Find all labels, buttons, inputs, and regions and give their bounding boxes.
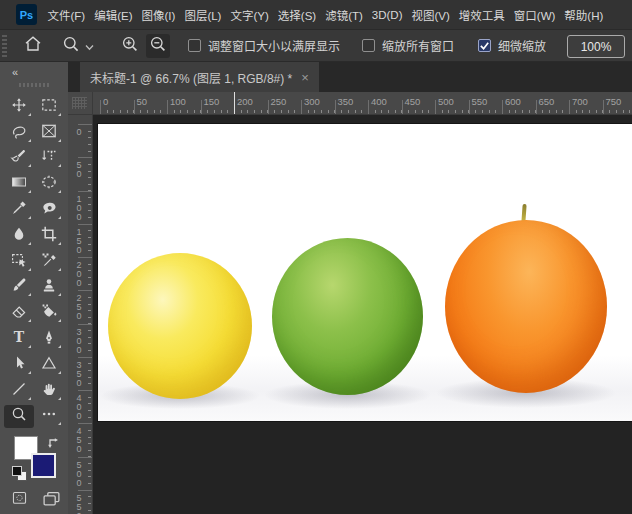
line-tool[interactable] bbox=[4, 379, 34, 403]
h-ruler-label: 600 bbox=[505, 96, 521, 107]
photoshop-logo[interactable]: Ps bbox=[16, 4, 37, 25]
zoom-tool[interactable] bbox=[4, 405, 34, 429]
horizontal-ruler-minor-ticks bbox=[100, 110, 632, 114]
pen-tool[interactable] bbox=[34, 327, 64, 351]
eyedropper-tool[interactable] bbox=[4, 198, 34, 222]
eraser-tool[interactable] bbox=[4, 301, 34, 325]
h-ruler-label: 0 bbox=[103, 96, 108, 107]
h-ruler-label: 250 bbox=[271, 96, 287, 107]
quick-mask-icon[interactable] bbox=[11, 490, 28, 510]
zoom-level-field[interactable]: 100% bbox=[567, 35, 625, 58]
clone-stamp-tool[interactable] bbox=[34, 276, 64, 300]
frame-tool[interactable] bbox=[34, 121, 64, 145]
path-selection-tool-icon bbox=[10, 354, 28, 376]
orange-image bbox=[445, 220, 607, 393]
v-ruler-tick bbox=[78, 457, 92, 458]
brush-tool[interactable] bbox=[4, 276, 34, 300]
v-ruler-tick bbox=[78, 257, 92, 258]
zoom-tool-preset-button[interactable] bbox=[59, 34, 83, 58]
document-canvas[interactable] bbox=[98, 124, 632, 421]
clone-stamp-tool-icon bbox=[40, 276, 58, 298]
gradient-tool[interactable] bbox=[4, 172, 34, 196]
screen-mode-icon[interactable] bbox=[42, 490, 61, 511]
color-sampler-tool[interactable] bbox=[34, 250, 64, 274]
rectangular-marquee-tool[interactable] bbox=[34, 95, 64, 119]
vertical-ruler[interactable]: 050100150200250300350400450500550 bbox=[68, 115, 93, 514]
crop-tool[interactable] bbox=[34, 224, 64, 248]
home-button[interactable] bbox=[21, 34, 45, 58]
menu-item-8[interactable]: 视图(V) bbox=[407, 7, 454, 23]
h-ruler-tick bbox=[569, 100, 570, 114]
h-ruler-label: 550 bbox=[472, 96, 488, 107]
zoom-out-button[interactable] bbox=[146, 34, 170, 58]
zoom-all-windows-checkbox[interactable]: 缩放所有窗口 bbox=[362, 37, 454, 54]
menu-item-6[interactable]: 滤镜(T) bbox=[321, 7, 368, 23]
menu-item-9[interactable]: 增效工具 bbox=[454, 7, 509, 23]
menu-item-7[interactable]: 3D(D) bbox=[367, 9, 407, 21]
v-ruler-label: 50 bbox=[74, 160, 84, 178]
toolbar-bottom bbox=[0, 488, 68, 510]
menu-item-2[interactable]: 图像(I) bbox=[137, 7, 180, 23]
swap-colors-icon[interactable] bbox=[47, 435, 59, 453]
zoom-all-windows-checkbox-box[interactable] bbox=[362, 39, 375, 52]
scrubby-zoom-checkbox-box[interactable] bbox=[478, 39, 491, 52]
toolbar-collapse-button[interactable]: « bbox=[12, 66, 17, 78]
menu-item-11[interactable]: 帮助(H) bbox=[560, 7, 608, 23]
h-ruler-tick bbox=[167, 100, 168, 114]
eraser-tool-icon bbox=[10, 302, 28, 324]
toolbar-grip[interactable] bbox=[19, 83, 49, 87]
v-ruler-tick bbox=[78, 390, 92, 391]
v-ruler-label: 350 bbox=[74, 360, 84, 387]
toolbar: « T bbox=[0, 62, 68, 514]
options-grip[interactable] bbox=[2, 35, 7, 57]
art-history-brush-tool[interactable] bbox=[4, 147, 34, 171]
move-tool[interactable] bbox=[4, 95, 34, 119]
menu-item-5[interactable]: 选择(S) bbox=[273, 7, 320, 23]
lasso-tool[interactable] bbox=[4, 121, 34, 145]
object-selection-tool[interactable] bbox=[4, 250, 34, 274]
lasso-tool-icon bbox=[10, 122, 28, 144]
hand-tool[interactable] bbox=[34, 379, 64, 403]
scrubby-zoom-checkbox[interactable]: 细微缩放 bbox=[478, 37, 546, 54]
default-colors-icon[interactable] bbox=[12, 466, 26, 480]
v-ruler-tick bbox=[78, 490, 92, 491]
zoom-all-windows-checkbox-label: 缩放所有窗口 bbox=[382, 37, 454, 54]
tab-close-icon[interactable]: × bbox=[301, 70, 309, 85]
background-color-swatch[interactable] bbox=[31, 453, 56, 478]
h-ruler-label: 300 bbox=[304, 96, 320, 107]
menu-item-4[interactable]: 文字(Y) bbox=[226, 7, 273, 23]
brush-tool-icon bbox=[10, 276, 28, 298]
patch-tool[interactable] bbox=[34, 172, 64, 196]
more-tools[interactable] bbox=[34, 405, 64, 429]
dropdown-caret-icon[interactable] bbox=[85, 37, 94, 55]
menu-item-10[interactable]: 窗口(W) bbox=[509, 7, 560, 23]
h-ruler-tick bbox=[402, 100, 403, 114]
path-selection-tool[interactable] bbox=[4, 353, 34, 377]
menu-item-3[interactable]: 图层(L) bbox=[180, 7, 226, 23]
h-ruler-tick bbox=[603, 100, 604, 114]
paint-bucket-tool-icon bbox=[40, 302, 58, 324]
horizontal-ruler[interactable]: 0501001502002503003504004505005506006507… bbox=[93, 92, 632, 115]
ruler-corner[interactable] bbox=[68, 92, 93, 115]
zoom-out-icon bbox=[148, 34, 168, 58]
h-ruler-label: 500 bbox=[438, 96, 454, 107]
menu-item-0[interactable]: 文件(F) bbox=[43, 7, 90, 23]
pen-tool-icon bbox=[40, 328, 58, 350]
lime-image bbox=[272, 238, 423, 395]
v-ruler-label: 450 bbox=[74, 426, 84, 453]
vertical-type-mask-tool[interactable] bbox=[34, 147, 64, 171]
shape-tool[interactable] bbox=[34, 353, 64, 377]
blur-tool[interactable] bbox=[4, 224, 34, 248]
resize-windows-checkbox-box[interactable] bbox=[188, 39, 201, 52]
resize-windows-checkbox[interactable]: 调整窗口大小以满屏显示 bbox=[188, 37, 340, 54]
menu-item-1[interactable]: 编辑(E) bbox=[90, 7, 137, 23]
healing-brush-tool[interactable] bbox=[34, 198, 64, 222]
document-tab[interactable]: 未标题-1 @ 66.7% (图层 1, RGB/8#) * × bbox=[80, 62, 319, 92]
h-ruler-label: 650 bbox=[539, 96, 555, 107]
paint-bucket-tool[interactable] bbox=[34, 301, 64, 325]
v-ruler-label: 100 bbox=[74, 194, 84, 221]
type-tool[interactable]: T bbox=[4, 327, 34, 351]
h-ruler-label: 200 bbox=[237, 96, 253, 107]
zoom-in-button[interactable] bbox=[118, 34, 142, 58]
h-ruler-label: 50 bbox=[137, 96, 148, 107]
